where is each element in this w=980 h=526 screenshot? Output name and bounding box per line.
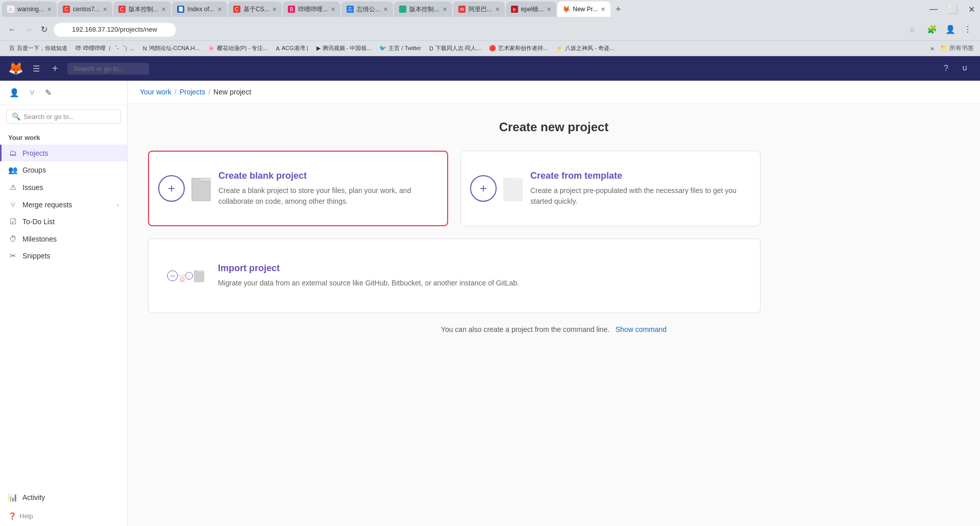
- gitlab-logo[interactable]: 🦊: [8, 61, 23, 76]
- tab-favicon-9: ✉: [458, 6, 465, 13]
- bookmark-anime[interactable]: 🌸 樱花动漫(P) - 专注...: [205, 43, 271, 53]
- help-sidebar-item[interactable]: ❓ Help: [0, 506, 127, 526]
- global-search-input[interactable]: [67, 63, 149, 75]
- merge-requests-icon: ⑂: [8, 200, 17, 209]
- tab-close-10[interactable]: ✕: [547, 6, 551, 13]
- sidebar-icon-edit[interactable]: ✎: [42, 85, 55, 101]
- bookmark-twitter[interactable]: 🐦 主页 / Twitter: [376, 43, 424, 53]
- bookmarks-more-button[interactable]: »: [930, 44, 934, 52]
- bookmark-label-acg: ACG港湾 |: [282, 44, 308, 52]
- help-button[interactable]: ?: [941, 61, 951, 76]
- sidebar-item-groups[interactable]: 👥 Groups: [0, 161, 127, 179]
- bookmark-dl[interactable]: D 下载同人志·同人...: [426, 43, 484, 53]
- tab-title-4: Index of...: [187, 6, 214, 13]
- reload-button[interactable]: ↻: [39, 22, 50, 36]
- svg-text:→: →: [187, 274, 191, 278]
- new-tab-button[interactable]: +: [611, 4, 625, 15]
- tab-7[interactable]: 忘 忘情公... ✕: [341, 2, 393, 17]
- import-project-card[interactable]: </> → D: [148, 238, 761, 313]
- sidebar-search-box[interactable]: 🔍 Search or go to...: [6, 109, 121, 124]
- tab-favicon-8: 🌐: [399, 6, 406, 13]
- address-input[interactable]: [54, 22, 176, 37]
- forward-button[interactable]: →: [22, 23, 35, 36]
- sidebar-item-issues-label: Issues: [22, 183, 43, 192]
- gitlab-top-nav: 🦊 ☰ + ? U: [0, 56, 980, 81]
- tab-title-11: New Pr...: [573, 6, 598, 13]
- tab-8[interactable]: 🌐 版本控制... ✕: [394, 2, 452, 17]
- sidebar-item-snippets[interactable]: ✂ Snippets: [0, 247, 127, 265]
- sidebar-item-merge-requests[interactable]: ⑂ Merge requests ›: [0, 196, 127, 213]
- sidebar-icon-merge[interactable]: ⑂: [27, 85, 38, 101]
- tab-close-2[interactable]: ✕: [103, 6, 107, 13]
- template-project-card[interactable]: + Create from template Create a project …: [460, 151, 761, 226]
- sidebar-item-projects[interactable]: 🗂 Projects: [0, 145, 127, 161]
- tab-11[interactable]: 🦊 New Pr... ✕: [557, 2, 610, 17]
- help-icon: ❓: [8, 512, 16, 520]
- groups-icon: 👥: [8, 165, 17, 175]
- extensions-button[interactable]: 🧩: [925, 22, 939, 36]
- minimize-button[interactable]: —: [926, 4, 941, 15]
- sidebar-toggle-button[interactable]: ☰: [30, 61, 43, 77]
- tab-3[interactable]: C 版本控制... ✕: [113, 2, 171, 17]
- tab-close-5[interactable]: ✕: [272, 6, 277, 13]
- create-new-button[interactable]: +: [49, 60, 61, 78]
- tab-2[interactable]: C centos7... ✕: [58, 2, 112, 17]
- sidebar-item-milestones-label: Milestones: [22, 235, 57, 243]
- blank-project-card[interactable]: + Create blank project Create a blank pr…: [148, 151, 448, 226]
- bookmark-star-icon[interactable]: ☆: [909, 26, 916, 34]
- sidebar-item-issues[interactable]: ⚠ Issues: [0, 179, 127, 196]
- address-bar: ← → ↻ ⚠ ☆ 🧩 👤 ⋮: [0, 18, 980, 41]
- tab-4[interactable]: 📑 Index of... ✕: [172, 2, 227, 17]
- profile-button[interactable]: 👤: [943, 22, 958, 36]
- bookmarks-folder[interactable]: 📁 所有书签: [940, 44, 974, 53]
- tab-close-4[interactable]: ✕: [217, 6, 222, 13]
- sidebar-item-activity[interactable]: 📊 Activity: [0, 489, 127, 506]
- sidebar-item-milestones[interactable]: ⏱ Milestones: [0, 230, 127, 247]
- tab-10[interactable]: e epel镜... ✕: [506, 2, 557, 17]
- bookmark-artist[interactable]: 🔴 艺术家和创作者持...: [486, 43, 551, 53]
- search-icon: 🔍: [12, 112, 20, 121]
- tab-close-3[interactable]: ✕: [161, 6, 166, 13]
- bookmark-tencent[interactable]: ▶ 腾讯视频 - 中国领...: [313, 43, 375, 53]
- bookmark-honghula[interactable]: N 鸿鹄论坛-CCNA,H...: [140, 43, 203, 53]
- show-command-link[interactable]: Show command: [616, 325, 667, 333]
- tab-9[interactable]: ✉ 阿里巴... ✕: [453, 2, 505, 17]
- tab-title-3: 版本控制...: [129, 5, 158, 14]
- bookmark-acg[interactable]: A ACG港湾 |: [273, 43, 311, 53]
- bookmark-label-anime: 樱花动漫(P) - 专注...: [217, 44, 268, 52]
- bookmark-bilibili[interactable]: 哔 哔哩哔哩（゜-゜）...: [72, 43, 138, 53]
- tab-close-8[interactable]: ✕: [443, 6, 447, 13]
- bookmark-favicon-dl: D: [429, 45, 433, 52]
- footer-text-area: You can also create a project from the c…: [148, 313, 960, 346]
- back-button[interactable]: ←: [6, 23, 18, 36]
- tab-title-5: 基于CS...: [243, 5, 270, 14]
- your-work-label: Your work: [0, 128, 127, 145]
- blank-project-desc: Create a blank project to store your fil…: [218, 185, 431, 207]
- bookmark-baidu[interactable]: 百 百度一下，你就知道: [6, 43, 70, 53]
- tab-favicon-11: 🦊: [562, 6, 570, 13]
- import-project-title: Import project: [218, 263, 744, 274]
- sidebar-item-snippets-label: Snippets: [22, 252, 50, 260]
- sidebar-icon-profile[interactable]: 👤: [6, 85, 22, 101]
- sidebar-item-todo[interactable]: ☑ To-Do List: [0, 213, 127, 230]
- user-avatar[interactable]: U: [958, 61, 972, 76]
- tab-favicon-5: C: [233, 6, 240, 13]
- project-cards-grid: + Create blank project Create a blank pr…: [148, 151, 761, 313]
- breadcrumb-projects[interactable]: Projects: [180, 88, 206, 96]
- tab-1[interactable]: ⚠ warning... ✕: [2, 2, 57, 17]
- tab-close-1[interactable]: ✕: [47, 6, 52, 13]
- bookmark-label-baidu: 百度一下，你就知道: [17, 44, 67, 52]
- close-button[interactable]: ✕: [965, 4, 978, 15]
- maximize-button[interactable]: ⬜: [945, 4, 961, 15]
- tab-5[interactable]: C 基于CS... ✕: [228, 2, 282, 17]
- svg-text:D: D: [182, 279, 183, 281]
- settings-button[interactable]: ⋮: [962, 22, 974, 36]
- tab-close-9[interactable]: ✕: [495, 6, 500, 13]
- tab-6[interactable]: B 哔哩哔哩... ✕: [283, 2, 340, 17]
- breadcrumb-your-work[interactable]: Your work: [140, 88, 172, 96]
- bookmark-wind[interactable]: ⚡ 八坂之神风 - 奇迹...: [553, 43, 617, 53]
- tab-close-11[interactable]: ✕: [601, 6, 605, 13]
- template-project-icon: +: [477, 168, 518, 209]
- tab-close-7[interactable]: ✕: [383, 6, 388, 13]
- tab-close-6[interactable]: ✕: [331, 6, 335, 13]
